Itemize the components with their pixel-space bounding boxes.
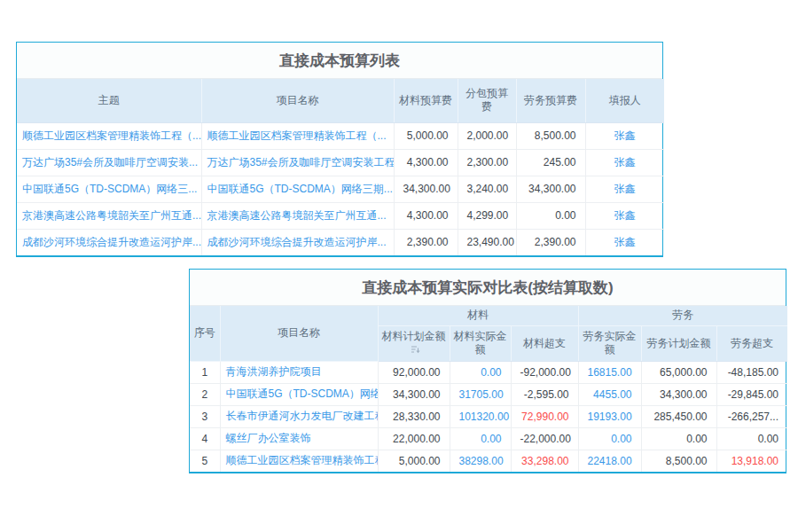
labor-budget-value: 2,390.00 [516, 229, 585, 255]
budget-list-header-row: 主题 项目名称 材料预算费 分包预算费 劳务预算费 填报人 [17, 79, 664, 122]
subcontract-budget-value: 3,240.00 [458, 176, 516, 202]
material-budget-value: 34,300.00 [394, 176, 458, 202]
labor-plan-value: 0.00 [641, 427, 716, 450]
material-budget-value: 5,000.00 [394, 122, 458, 149]
project-link[interactable]: 成都沙河环境综合提升改造运河护岸... [201, 229, 394, 255]
material-overrun-value: 72,990.00 [511, 405, 578, 427]
project-link[interactable]: 青海洪湖养护院项目 [220, 361, 378, 383]
budget-row: 京港澳高速公路粤境韶关至广州互通...京港澳高速公路粤境韶关至广州互通...4,… [17, 202, 664, 229]
subject-link[interactable]: 成都沙河环境综合提升改造运河护岸... [17, 229, 201, 255]
project-link[interactable]: 万达广场35#会所及咖啡厅空调安装工程 [201, 149, 394, 176]
col-header-project-name: 项目名称 [220, 306, 378, 361]
labor-plan-value: 65,000.00 [641, 361, 716, 383]
comparison-row: 1青海洪湖养护院项目92,000.000.00-92,000.0016815.0… [190, 361, 787, 383]
reporter-link[interactable]: 张鑫 [585, 122, 664, 149]
material-overrun-value: -22,000.00 [511, 427, 578, 450]
col-header-material-plan-label: 材料计划金额 [382, 330, 446, 342]
seq-value: 5 [190, 450, 220, 472]
material-plan-value: 92,000.00 [378, 361, 450, 383]
material-budget-value: 4,300.00 [394, 202, 458, 229]
material-actual-link[interactable]: 38298.00 [450, 450, 511, 472]
material-budget-value: 4,300.00 [394, 149, 458, 176]
seq-value: 4 [190, 427, 220, 450]
subject-link[interactable]: 中国联通5G（TD-SCDMA）网络三... [17, 176, 201, 202]
subcontract-budget-value: 2,300.00 [458, 149, 516, 176]
labor-budget-value: 0.00 [516, 202, 585, 229]
labor-plan-value: 34,300.00 [641, 383, 716, 405]
labor-actual-link[interactable]: 0.00 [578, 427, 641, 450]
project-link[interactable]: 螺丝厂办公室装饰 [220, 427, 378, 450]
budget-row: 中国联通5G（TD-SCDMA）网络三...中国联通5G（TD-SCDMA）网络… [17, 176, 664, 202]
project-link[interactable]: 顺德工业园区档案管理精装饰工程 [220, 450, 378, 472]
budget-row: 顺德工业园区档案管理精装饰工程（...顺德工业园区档案管理精装饰工程（...5,… [17, 122, 664, 149]
col-header-labor-overrun: 劳务超支 [716, 325, 787, 361]
labor-overrun-value: -48,185.00 [716, 361, 787, 383]
labor-overrun-value: -266,257... [716, 405, 787, 427]
labor-overrun-value: 0.00 [716, 427, 787, 450]
comparison-title: 直接成本预算实际对比表(按结算取数) [190, 270, 786, 306]
sort-icon[interactable] [411, 344, 420, 357]
col-header-project: 项目名称 [201, 79, 394, 122]
labor-budget-value: 8,500.00 [516, 122, 585, 149]
subcontract-budget-value: 2,000.00 [458, 122, 516, 149]
comparison-row: 5顺德工业园区档案管理精装饰工程5,000.0038298.0033,298.0… [190, 450, 787, 472]
material-overrun-value: -92,000.00 [511, 361, 578, 383]
budget-row: 成都沙河环境综合提升改造运河护岸...成都沙河环境综合提升改造运河护岸...2,… [17, 229, 664, 255]
col-header-material-plan[interactable]: 材料计划金额 [378, 325, 450, 361]
subcontract-budget-value: 23,490.00 [458, 229, 516, 255]
material-actual-link[interactable]: 0.00 [450, 427, 511, 450]
col-header-material-budget: 材料预算费 [394, 79, 458, 122]
seq-value: 3 [190, 405, 220, 427]
labor-actual-link[interactable]: 22418.00 [578, 450, 641, 472]
labor-plan-value: 285,450.00 [641, 405, 716, 427]
project-link[interactable]: 长春市伊通河水力发电厂改建工程 [220, 405, 378, 427]
col-header-labor-plan: 劳务计划金额 [641, 325, 716, 361]
labor-budget-value: 245.00 [516, 149, 585, 176]
labor-budget-value: 34,300.00 [516, 176, 585, 202]
reporter-link[interactable]: 张鑫 [585, 229, 664, 255]
labor-plan-value: 8,500.00 [641, 450, 716, 472]
subject-link[interactable]: 京港澳高速公路粤境韶关至广州互通... [17, 202, 201, 229]
col-header-seq: 序号 [190, 306, 220, 361]
col-header-subcontract-budget: 分包预算费 [458, 79, 516, 122]
material-actual-link[interactable]: 101320.00 [450, 405, 511, 427]
reporter-link[interactable]: 张鑫 [585, 202, 664, 229]
material-budget-value: 2,390.00 [394, 229, 458, 255]
comparison-row: 4螺丝厂办公室装饰22,000.000.00-22,000.000.000.00… [190, 427, 787, 450]
budget-row: 万达广场35#会所及咖啡厅空调安装...万达广场35#会所及咖啡厅空调安装工程4… [17, 149, 664, 176]
project-link[interactable]: 中国联通5G（TD-SCDMA）网络三期... [201, 176, 394, 202]
material-plan-value: 22,000.00 [378, 427, 450, 450]
material-overrun-value: -2,595.00 [511, 383, 578, 405]
seq-value: 2 [190, 383, 220, 405]
comparison-row: 3长春市伊通河水力发电厂改建工程28,330.00101320.0072,990… [190, 405, 787, 427]
comparison-panel: 直接成本预算实际对比表(按结算取数) 序号 项目名称 材料 劳务 材料计划金额 … [189, 269, 786, 473]
project-link[interactable]: 顺德工业园区档案管理精装饰工程（... [201, 122, 394, 149]
subcontract-budget-value: 4,299.00 [458, 202, 516, 229]
labor-overrun-value: -29,845.00 [716, 383, 787, 405]
comparison-row: 2中国联通5G（TD-SCDMA）网络三34,300.0031705.00-2,… [190, 383, 787, 405]
material-actual-link[interactable]: 31705.00 [450, 383, 511, 405]
labor-actual-link[interactable]: 16815.00 [578, 361, 641, 383]
col-header-material-actual: 材料实际金额 [450, 325, 511, 361]
subject-link[interactable]: 顺德工业园区档案管理精装饰工程（... [17, 122, 201, 149]
material-overrun-value: 33,298.00 [511, 450, 578, 472]
reporter-link[interactable]: 张鑫 [585, 149, 664, 176]
subject-link[interactable]: 万达广场35#会所及咖啡厅空调安装... [17, 149, 201, 176]
col-header-labor-budget: 劳务预算费 [516, 79, 585, 122]
budget-list-table: 主题 项目名称 材料预算费 分包预算费 劳务预算费 填报人 顺德工业园区档案管理… [17, 79, 664, 255]
project-link[interactable]: 中国联通5G（TD-SCDMA）网络三 [220, 383, 378, 405]
reporter-link[interactable]: 张鑫 [585, 176, 664, 202]
col-header-subject: 主题 [17, 79, 201, 122]
labor-actual-link[interactable]: 4455.00 [578, 383, 641, 405]
budget-list-panel: 直接成本预算列表 主题 项目名称 材料预算费 分包预算费 劳务预算费 填报人 顺… [16, 42, 663, 257]
material-plan-value: 34,300.00 [378, 383, 450, 405]
col-header-material-overrun: 材料超支 [511, 325, 578, 361]
labor-overrun-value: 13,918.00 [716, 450, 787, 472]
material-plan-value: 5,000.00 [378, 450, 450, 472]
labor-actual-link[interactable]: 19193.00 [578, 405, 641, 427]
budget-list-title: 直接成本预算列表 [17, 43, 662, 79]
group-header-labor: 劳务 [578, 306, 787, 325]
comparison-group-header-row: 序号 项目名称 材料 劳务 [190, 306, 787, 325]
material-actual-link[interactable]: 0.00 [450, 361, 511, 383]
project-link[interactable]: 京港澳高速公路粤境韶关至广州互通... [201, 202, 394, 229]
